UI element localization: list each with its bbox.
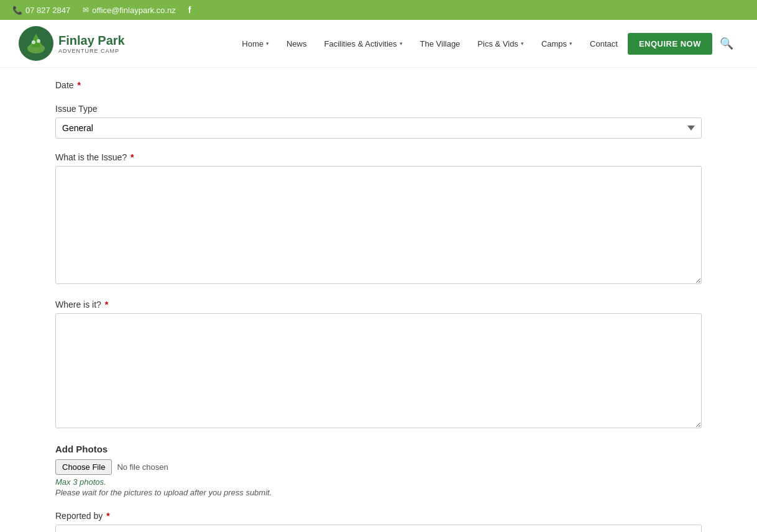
nav-home[interactable]: Home ▾ bbox=[234, 34, 277, 53]
reported-by-required-marker: * bbox=[106, 511, 109, 521]
choose-file-button[interactable]: Choose File bbox=[55, 459, 112, 475]
reported-by-group: Reported by * bbox=[55, 511, 702, 532]
nav-pics-vids[interactable]: Pics & Vids ▾ bbox=[470, 34, 531, 53]
what-is-issue-label: What is the Issue? * bbox=[55, 152, 702, 162]
no-file-text: No file chosen bbox=[117, 462, 168, 472]
chevron-down-icon: ▾ bbox=[569, 40, 572, 47]
main-content: Date * Issue Type General Maintenance Sa… bbox=[37, 68, 720, 532]
add-photos-group: Add Photos Choose File No file chosen Ma… bbox=[55, 444, 702, 497]
logo-icon bbox=[19, 26, 53, 61]
chevron-down-icon: ▾ bbox=[266, 40, 269, 47]
facebook-icon[interactable]: f bbox=[188, 5, 191, 15]
date-field-group: Date * bbox=[55, 80, 702, 90]
svg-point-5 bbox=[37, 39, 40, 43]
what-is-issue-group: What is the Issue? * bbox=[55, 152, 702, 286]
add-photos-label: Add Photos bbox=[55, 444, 702, 454]
chevron-down-icon: ▾ bbox=[400, 40, 403, 47]
date-required-marker: * bbox=[77, 80, 80, 90]
issue-type-group: Issue Type General Maintenance Safety Ot… bbox=[55, 104, 702, 139]
where-is-it-textarea[interactable] bbox=[55, 313, 702, 428]
svg-point-4 bbox=[32, 40, 35, 44]
main-nav: Home ▾ News Facilities & Activities ▾ Th… bbox=[234, 32, 738, 55]
where-is-it-group: Where is it? * bbox=[55, 300, 702, 430]
nav-facilities-activities[interactable]: Facilities & Activities ▾ bbox=[317, 34, 410, 53]
reported-by-label: Reported by * bbox=[55, 511, 702, 521]
issue-type-select[interactable]: General Maintenance Safety Other bbox=[55, 117, 702, 139]
top-bar: 📞 07 827 2847 office@finlaypark.co.nz f bbox=[0, 0, 757, 20]
nav-camps[interactable]: Camps ▾ bbox=[534, 34, 580, 53]
search-icon[interactable]: 🔍 bbox=[715, 32, 738, 55]
logo-text: Finlay Park Adventure Camp bbox=[58, 34, 125, 54]
header: Finlay Park Adventure Camp Home ▾ News F… bbox=[0, 20, 757, 68]
chevron-down-icon: ▾ bbox=[521, 40, 524, 47]
nav-the-village[interactable]: The Village bbox=[413, 34, 468, 53]
logo-area: Finlay Park Adventure Camp bbox=[19, 26, 125, 61]
upload-note-text: Please wait for the pictures to upload a… bbox=[55, 488, 702, 497]
file-input-row: Choose File No file chosen bbox=[55, 459, 702, 475]
where-is-it-label: Where is it? * bbox=[55, 300, 702, 310]
what-is-issue-textarea[interactable] bbox=[55, 166, 702, 284]
nav-contact[interactable]: Contact bbox=[582, 34, 625, 53]
email-link[interactable]: office@finlaypark.co.nz bbox=[83, 6, 175, 15]
date-label: Date * bbox=[55, 80, 702, 90]
reported-by-input[interactable] bbox=[55, 525, 702, 532]
issue-form: Date * Issue Type General Maintenance Sa… bbox=[55, 74, 702, 532]
issue-type-select-wrapper: General Maintenance Safety Other bbox=[55, 117, 702, 139]
what-required-marker: * bbox=[131, 152, 134, 162]
phone-number: 📞 07 827 2847 bbox=[12, 6, 70, 15]
issue-type-label: Issue Type bbox=[55, 104, 702, 114]
where-required-marker: * bbox=[105, 300, 108, 310]
max-photos-text: Max 3 photos. bbox=[55, 477, 702, 487]
nav-news[interactable]: News bbox=[279, 34, 314, 53]
enquire-button[interactable]: ENQUIRE NOW bbox=[628, 33, 712, 55]
